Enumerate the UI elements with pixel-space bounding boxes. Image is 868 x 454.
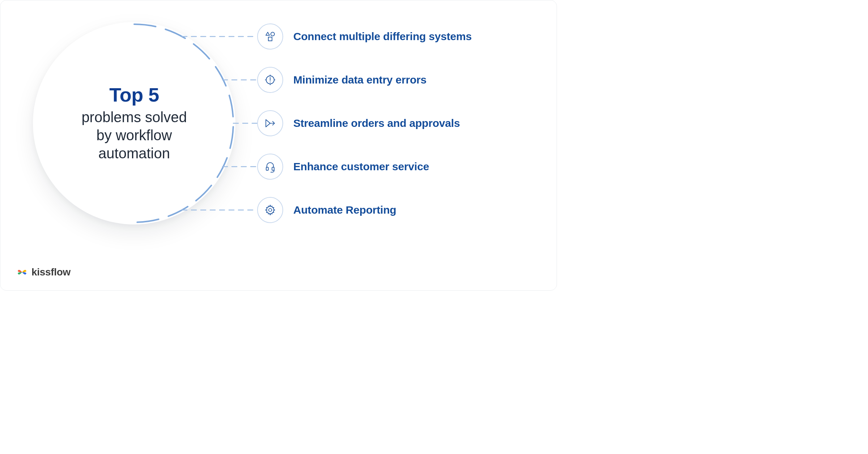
item-connect-systems: Connect multiple differing systems <box>257 23 472 50</box>
hub-circle: Top 5 problems solved by workflow automa… <box>33 22 235 224</box>
hub-sub-line-3: automation <box>98 145 170 161</box>
hub-subtitle: problems solved by workflow automation <box>81 108 187 162</box>
headset-icon <box>257 154 283 180</box>
brand-mark-icon <box>16 266 28 278</box>
shapes-icon <box>257 23 283 50</box>
item-label: Connect multiple differing systems <box>293 30 472 43</box>
hub-title: Top 5 <box>109 84 159 106</box>
gear-icon <box>257 197 283 223</box>
svg-point-1 <box>271 32 275 36</box>
hub-sub-line-1: problems solved <box>81 109 187 125</box>
flow-icon <box>257 110 283 136</box>
svg-marker-0 <box>266 32 269 35</box>
item-label: Streamline orders and approvals <box>293 117 460 129</box>
svg-rect-12 <box>266 167 268 171</box>
item-minimize-errors: Minimize data entry errors <box>257 67 426 93</box>
alert-icon <box>257 67 283 93</box>
svg-rect-13 <box>272 167 274 171</box>
item-label: Minimize data entry errors <box>293 74 426 86</box>
item-label: Enhance customer service <box>293 160 429 173</box>
hub-sub-line-2: by workflow <box>97 127 172 143</box>
svg-rect-2 <box>268 37 272 41</box>
svg-point-5 <box>270 82 271 82</box>
svg-point-14 <box>269 209 272 212</box>
brand-logo: kissflow <box>16 266 71 278</box>
item-automate-reporting: Automate Reporting <box>257 197 396 223</box>
hub-text: Top 5 problems solved by workflow automa… <box>33 22 235 224</box>
brand-name: kissflow <box>31 266 71 278</box>
diagram-canvas: Top 5 problems solved by workflow automa… <box>0 0 557 291</box>
item-streamline-orders: Streamline orders and approvals <box>257 110 460 136</box>
item-enhance-service: Enhance customer service <box>257 154 429 180</box>
item-label: Automate Reporting <box>293 204 396 216</box>
svg-marker-10 <box>266 120 270 127</box>
